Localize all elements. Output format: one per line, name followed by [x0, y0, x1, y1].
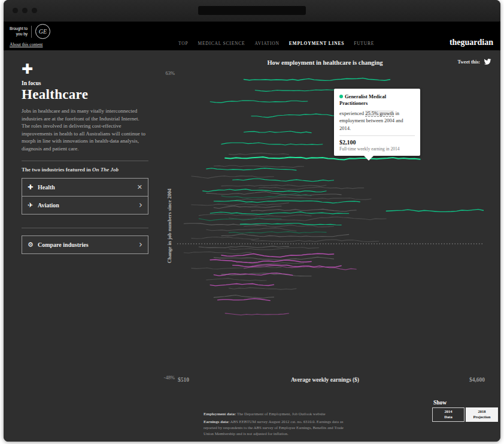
- chevron-right-icon: ›: [139, 201, 142, 210]
- series-line[interactable]: [259, 187, 363, 189]
- show-toggle-label: Show: [433, 400, 447, 406]
- series-line[interactable]: [244, 131, 311, 133]
- highlighted-series-line[interactable]: [225, 157, 420, 159]
- featured-series-title: On The Job: [92, 167, 119, 173]
- window-close-button[interactable]: [13, 8, 18, 13]
- series-line[interactable]: [251, 114, 338, 117]
- about-this-content-link[interactable]: About this content: [10, 42, 42, 47]
- series-line[interactable]: [225, 313, 289, 315]
- series-line[interactable]: [218, 298, 271, 300]
- plane-icon: ✈: [28, 201, 38, 209]
- tooltip-body: experienced 25.5% growth in employment b…: [339, 110, 415, 132]
- series-dot-icon: [339, 95, 343, 98]
- footnote-text: The Department of Employment, Job Outloo…: [236, 412, 325, 416]
- series-line[interactable]: [207, 278, 266, 280]
- x-axis-max-tick: $4,600: [459, 377, 485, 383]
- window-zoom-button[interactable]: [32, 8, 37, 13]
- nav-item-top[interactable]: TOP: [178, 41, 188, 46]
- sidebar-divider-top: [22, 161, 148, 161]
- main-content: ✚ In focus Healthcare Jobs in healthcare…: [4, 50, 500, 442]
- series-line[interactable]: [214, 295, 274, 298]
- series-line[interactable]: [210, 259, 311, 262]
- tooltip-text-before: experienced: [339, 110, 365, 116]
- series-line[interactable]: [210, 284, 274, 286]
- series-line[interactable]: [192, 176, 274, 179]
- x-axis-label: Average weekly earnings ($): [238, 377, 412, 383]
- nav-item-employment-lines[interactable]: EMPLOYMENT LINES: [289, 41, 344, 46]
- series-line[interactable]: [251, 209, 356, 212]
- tweet-this-button[interactable]: Tweet this:: [458, 58, 492, 65]
- y-axis-max-tick: 63%: [157, 70, 175, 76]
- toggle-2018-projection-button[interactable]: 2018 Projection: [466, 407, 498, 422]
- chart-tooltip: Generalist Medical Practitioners experie…: [334, 89, 420, 156]
- series-line[interactable]: [221, 185, 326, 186]
- industry-button-label: Aviation: [38, 202, 139, 209]
- toggle-option-line1: 2014: [445, 409, 453, 415]
- series-line[interactable]: [244, 225, 333, 227]
- toggle-option-line2: Data: [444, 415, 452, 420]
- series-line[interactable]: [192, 267, 281, 269]
- series-line[interactable]: [221, 234, 349, 237]
- series-line[interactable]: [251, 240, 379, 241]
- health-plus-icon: ✚: [22, 62, 148, 76]
- series-line[interactable]: [214, 201, 360, 203]
- series-line[interactable]: [192, 237, 259, 240]
- ge-logo: GE: [35, 24, 50, 39]
- employment-lines-plot[interactable]: [177, 68, 484, 377]
- series-line[interactable]: [221, 143, 323, 145]
- close-icon[interactable]: ✕: [137, 183, 142, 191]
- toggle-option-line1: 2018: [478, 409, 486, 415]
- series-line[interactable]: [207, 168, 296, 171]
- series-line[interactable]: [229, 153, 289, 155]
- series-line[interactable]: [214, 257, 333, 260]
- sponsor-block: Brought to you by GE: [10, 24, 50, 39]
- series-line[interactable]: [229, 247, 318, 250]
- twitter-icon: [483, 58, 492, 65]
- guardian-logo[interactable]: theguardian: [450, 38, 493, 47]
- series-line[interactable]: [184, 252, 251, 254]
- series-line[interactable]: [214, 165, 303, 167]
- series-line[interactable]: [210, 212, 349, 215]
- nav-item-aviation[interactable]: AVIATION: [254, 41, 279, 46]
- series-line[interactable]: [221, 253, 334, 257]
- plus-icon: ✚: [28, 183, 38, 191]
- series-line[interactable]: [199, 246, 289, 248]
- series-line[interactable]: [229, 217, 386, 221]
- compare-industries-label: Compare industries: [38, 241, 139, 248]
- industry-button-health[interactable]: ✚ Health ✕: [22, 178, 148, 197]
- employment-data-footnote: Employment data: The Department of Emplo…: [204, 411, 347, 417]
- series-line[interactable]: [207, 228, 296, 231]
- series-line[interactable]: [214, 206, 281, 209]
- featured-industries-label: The two industries featured in On The Jo…: [22, 167, 148, 173]
- series-line[interactable]: [229, 288, 296, 289]
- series-line[interactable]: [244, 78, 390, 80]
- series-line[interactable]: [386, 209, 484, 212]
- tooltip-divider: [339, 135, 415, 136]
- nav-item-medical-science[interactable]: MEDICAL SCIENCE: [198, 41, 245, 46]
- earnings-data-footnote: Earnings data: ABS EEBTUM survey August …: [204, 419, 347, 437]
- series-line[interactable]: [207, 192, 341, 196]
- y-axis-min-tick: -48%: [157, 374, 175, 380]
- nav-item-future[interactable]: FUTURE: [354, 41, 374, 46]
- window-minimize-button[interactable]: [22, 8, 28, 13]
- series-line[interactable]: [210, 101, 308, 103]
- in-focus-kicker: In focus: [22, 80, 148, 86]
- series-line[interactable]: [233, 179, 334, 182]
- address-bar[interactable]: [198, 6, 306, 15]
- show-toggle: 2014 Data 2018 Projection: [432, 407, 498, 422]
- chevron-right-icon: ›: [139, 240, 142, 249]
- series-line[interactable]: [229, 232, 326, 234]
- data-source-footnotes: Employment data: The Department of Emplo…: [204, 411, 347, 438]
- industry-button-label: Health: [38, 184, 137, 191]
- sponsor-label-line1: Brought to: [10, 26, 28, 32]
- series-line[interactable]: [192, 203, 289, 206]
- toggle-2014-data-button[interactable]: 2014 Data: [432, 407, 464, 422]
- tooltip-earnings-label: Full-time weekly earning in 2014: [339, 146, 415, 152]
- browser-window: Brought to you by GE About this content …: [4, 0, 500, 442]
- sponsor-label: Brought to you by: [10, 26, 28, 37]
- series-line[interactable]: [233, 265, 342, 267]
- sponsor-label-line2: you by: [10, 32, 28, 37]
- window-controls[interactable]: [13, 8, 37, 13]
- industry-button-aviation[interactable]: ✈ Aviation ›: [22, 196, 148, 215]
- compare-industries-button[interactable]: ⚙ Compare industries ›: [22, 235, 148, 254]
